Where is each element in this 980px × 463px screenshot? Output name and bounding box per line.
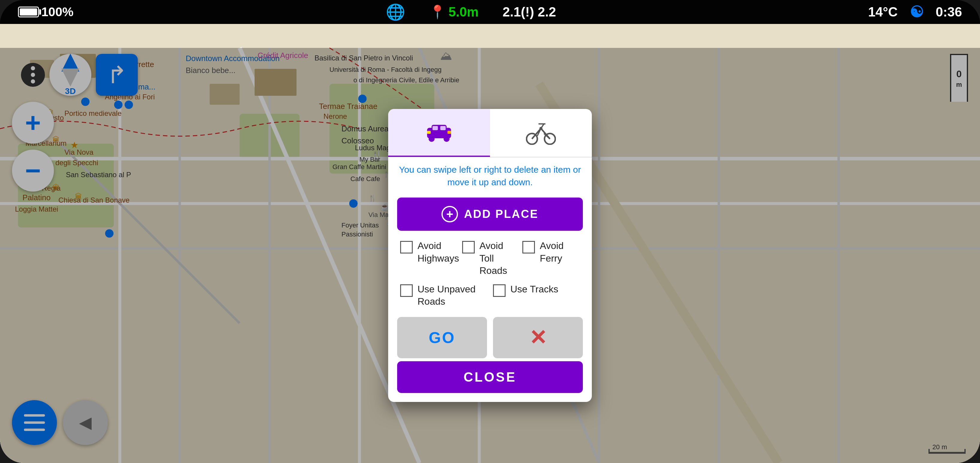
bluetooth-icon: ☯ — [910, 3, 924, 21]
temperature-label: 14°C — [868, 5, 897, 19]
cancel-icon: ✕ — [529, 325, 547, 350]
battery-percent: 100% — [41, 5, 73, 19]
svg-point-51 — [429, 136, 434, 142]
car-icon — [424, 122, 454, 143]
checkbox-avoid-highways[interactable] — [400, 241, 413, 254]
go-label: GO — [429, 328, 455, 347]
gps-info: 📍 5.0m — [429, 4, 479, 20]
globe-icon: 🌐 — [386, 3, 405, 21]
dialog-overlay: You can swipe left or right to delete an… — [0, 48, 980, 463]
status-left: 100% — [18, 5, 73, 19]
tab-car[interactable] — [388, 109, 490, 157]
tab-bike[interactable] — [490, 109, 592, 157]
checkbox-options-row1: AvoidHighways Avoid TollRoads Avoid Ferr… — [388, 234, 592, 283]
option-use-tracks[interactable]: Use Tracks — [493, 283, 580, 308]
svg-rect-53 — [433, 126, 438, 130]
svg-point-52 — [444, 136, 450, 142]
battery-fill — [20, 8, 37, 16]
option-avoid-ferry[interactable]: Avoid Ferry — [522, 240, 580, 277]
gps-pin-icon: 📍 — [429, 4, 445, 20]
svg-rect-56 — [447, 131, 451, 134]
battery-icon: 100% — [18, 5, 73, 19]
hint-text: You can swipe left or right to delete an… — [388, 157, 592, 195]
go-button[interactable]: GO — [397, 317, 487, 358]
status-bar: 100% 🌐 📍 5.0m 2.1(!) 2.2 14°C ☯ 0:36 — [0, 0, 980, 24]
close-label: CLOSE — [464, 369, 517, 385]
device-frame: 100% 🌐 📍 5.0m 2.1(!) 2.2 14°C ☯ 0:36 — [0, 0, 980, 463]
cancel-button[interactable]: ✕ — [493, 317, 583, 358]
checkbox-avoid-toll[interactable] — [462, 241, 475, 254]
label-use-tracks: Use Tracks — [511, 283, 558, 296]
label-use-unpaved: Use Unpaved Roads — [417, 283, 487, 308]
status-center: 🌐 📍 5.0m 2.1(!) 2.2 — [386, 3, 556, 21]
bike-icon — [526, 121, 556, 145]
map-background: ★ 🏛 🏛 🏛 🏛 ✕ ✕ 🍴 🍴 🍴 🍴 � — [0, 24, 980, 463]
checkbox-options-row2: Use Unpaved Roads Use Tracks — [388, 283, 592, 314]
checkbox-use-tracks[interactable] — [493, 284, 506, 297]
speed-value: 2.1(!) 2.2 — [503, 5, 556, 19]
option-avoid-toll[interactable]: Avoid TollRoads — [462, 240, 520, 277]
battery-body — [18, 6, 39, 17]
option-avoid-highways[interactable]: AvoidHighways — [400, 240, 459, 277]
status-right: 14°C ☯ 0:36 — [868, 3, 962, 21]
option-use-unpaved[interactable]: Use Unpaved Roads — [400, 283, 487, 308]
svg-rect-54 — [440, 126, 445, 130]
gps-value: 5.0m — [449, 5, 479, 19]
action-buttons: GO ✕ — [397, 317, 583, 358]
label-avoid-toll: Avoid TollRoads — [479, 240, 520, 277]
speed-info: 2.1(!) 2.2 — [503, 5, 556, 19]
transport-tabs — [388, 109, 592, 157]
add-place-label: ADD PLACE — [464, 208, 539, 220]
svg-rect-55 — [427, 131, 431, 134]
clock-label: 0:36 — [935, 5, 962, 19]
route-dialog: You can swipe left or right to delete an… — [388, 109, 592, 402]
add-place-button[interactable]: + ADD PLACE — [397, 198, 583, 231]
label-avoid-ferry: Avoid Ferry — [540, 240, 580, 265]
checkbox-avoid-ferry[interactable] — [522, 241, 535, 254]
checkbox-use-unpaved[interactable] — [400, 284, 413, 297]
plus-circle-icon: + — [441, 206, 458, 222]
close-button[interactable]: CLOSE — [397, 361, 583, 393]
label-avoid-highways: AvoidHighways — [417, 240, 459, 265]
